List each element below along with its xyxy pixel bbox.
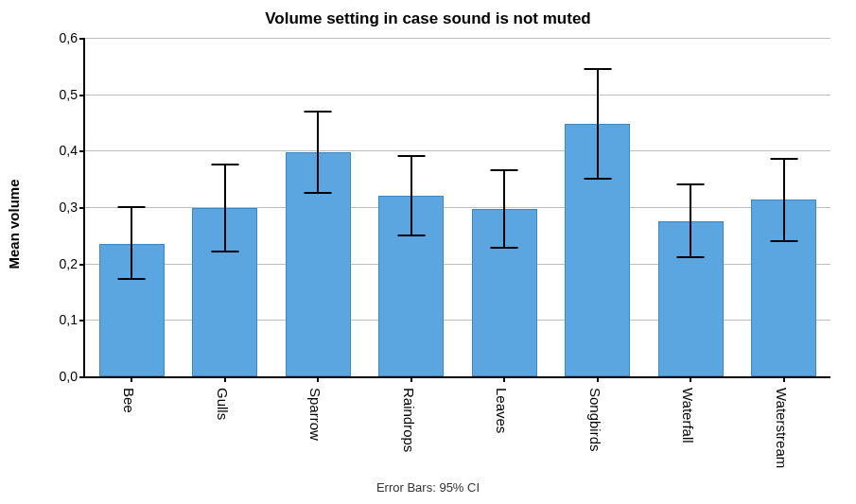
error-bar (597, 69, 599, 179)
y-tick-label: 0,0 (60, 369, 78, 384)
y-tick-label: 0,1 (60, 312, 78, 327)
y-tick-label: 0,3 (60, 200, 78, 215)
x-tick-mark (783, 376, 785, 382)
error-cap (584, 178, 611, 180)
y-tick-label: 0,4 (60, 143, 78, 158)
x-tick-label: Waterstream (774, 388, 790, 468)
error-cap (305, 111, 332, 113)
error-cap (677, 256, 705, 258)
x-tick-label: Leaves (494, 388, 510, 433)
error-bar (503, 170, 505, 248)
x-tick-mark (411, 376, 412, 382)
x-tick-label: Gulls (215, 388, 231, 420)
y-tick-label: 0,2 (60, 256, 78, 271)
error-cap (211, 251, 238, 252)
error-bar (131, 207, 132, 279)
error-cap (677, 183, 705, 185)
error-bar (224, 165, 226, 251)
y-tick-label: 0,5 (60, 87, 78, 102)
y-axis-label: Mean volume (6, 180, 22, 269)
gridline (85, 150, 830, 151)
x-tick-mark (224, 376, 226, 382)
y-tick-label: 0,6 (60, 30, 78, 45)
x-tick-label: Bee (121, 388, 137, 413)
y-tick-mark (79, 376, 85, 378)
error-cap (118, 206, 146, 208)
gridline (85, 38, 830, 39)
plot-area: 0,00,10,20,30,40,50,6BeeGullsSparrowRain… (83, 38, 830, 378)
x-tick-mark (690, 376, 691, 382)
error-bar (783, 159, 785, 241)
y-tick-mark (79, 95, 85, 96)
chart-footnote: Error Bars: 95% CI (0, 480, 856, 495)
error-cap (118, 278, 146, 280)
x-tick-label: Sparrow (307, 388, 323, 441)
bar-chart: Volume setting in case sound is not mute… (0, 0, 856, 504)
error-bar (317, 112, 319, 194)
x-tick-label: Waterfall (680, 388, 696, 443)
error-cap (770, 240, 797, 242)
x-tick-mark (597, 376, 599, 382)
x-tick-label: Raindrops (401, 388, 417, 452)
gridline (85, 95, 830, 96)
error-cap (305, 192, 332, 194)
x-tick-label: Songbirds (587, 388, 603, 452)
x-tick-mark (503, 376, 505, 382)
error-cap (770, 158, 797, 160)
error-bar (690, 184, 691, 256)
error-cap (397, 155, 425, 157)
error-bar (411, 156, 412, 235)
error-cap (211, 164, 238, 165)
error-cap (491, 247, 518, 249)
error-cap (397, 235, 425, 236)
error-cap (491, 169, 518, 171)
y-tick-mark (79, 150, 85, 152)
chart-title: Volume setting in case sound is not mute… (0, 9, 856, 28)
x-tick-mark (131, 376, 132, 382)
x-tick-mark (317, 376, 319, 382)
y-tick-mark (79, 320, 85, 322)
error-cap (584, 68, 611, 70)
y-tick-mark (79, 264, 85, 266)
y-tick-mark (79, 207, 85, 209)
y-tick-mark (79, 38, 85, 40)
